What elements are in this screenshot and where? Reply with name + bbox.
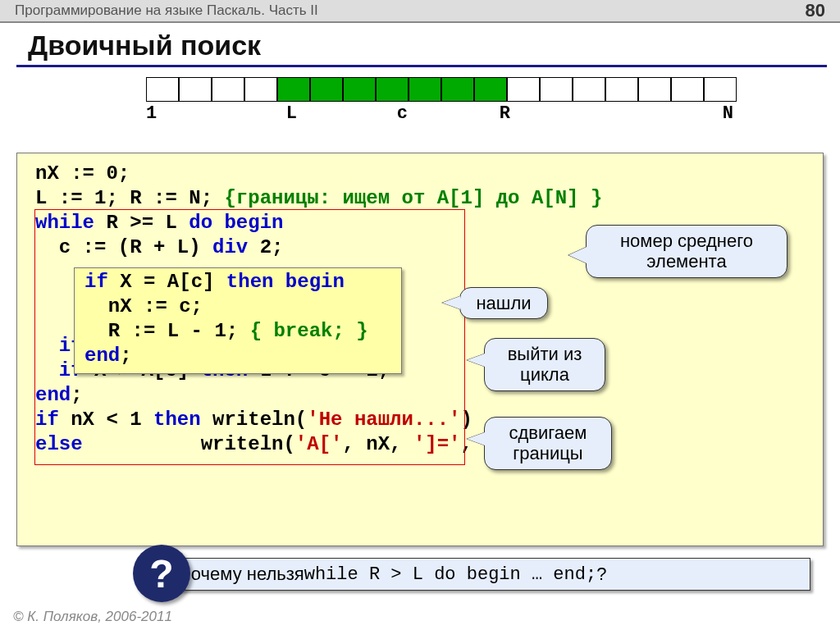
- callout-found: нашли: [459, 287, 548, 319]
- question-post: ?: [596, 564, 606, 585]
- label-N: N: [510, 103, 733, 124]
- callout-break: выйти из цикла: [484, 338, 605, 391]
- label-L: L: [167, 103, 297, 124]
- array-diagram: 1 L c R N: [146, 77, 840, 124]
- array-cell: [441, 77, 474, 102]
- array-cell: [277, 77, 310, 102]
- array-cell: [310, 77, 343, 102]
- array-cell: [573, 77, 605, 102]
- label-1: 1: [146, 103, 167, 124]
- array-cell: [409, 77, 441, 102]
- header-bar: Программирование на языке Паскаль. Часть…: [0, 0, 840, 23]
- question-code: while R > L do begin … end;: [304, 564, 596, 585]
- array-cell: [507, 77, 540, 102]
- label-R: R: [408, 103, 510, 124]
- header-left: Программирование на языке Паскаль. Часть…: [15, 2, 318, 19]
- question-mark-icon: ?: [133, 545, 190, 602]
- array-cell: [605, 77, 638, 102]
- page-title: Двоичный поиск: [28, 30, 840, 62]
- array-cell: [540, 77, 573, 102]
- page-number: 80: [806, 0, 825, 21]
- array-cell: [671, 77, 704, 102]
- footer-copyright: © К. Поляков, 2006-2011: [13, 609, 172, 625]
- array-cell: [179, 77, 212, 102]
- array-cell: [343, 77, 376, 102]
- label-c: c: [297, 103, 408, 124]
- array-cell: [376, 77, 409, 102]
- question-pre: Почему нельзя: [178, 564, 304, 585]
- question-bar: Почему нельзя while R > L do begin … end…: [161, 558, 810, 591]
- array-cell: [244, 77, 277, 102]
- title-rule: [16, 65, 827, 67]
- array-cell: [146, 77, 179, 102]
- callout-middle-element: номер среднего элемента: [586, 225, 788, 278]
- array-cell: [638, 77, 671, 102]
- array-cell: [474, 77, 507, 102]
- inner-code-block: if X = A[c] then begin nX := c; R := L -…: [74, 267, 402, 374]
- array-cell: [704, 77, 737, 102]
- callout-bounds: сдвигаем границы: [484, 417, 612, 470]
- array-cell: [212, 77, 244, 102]
